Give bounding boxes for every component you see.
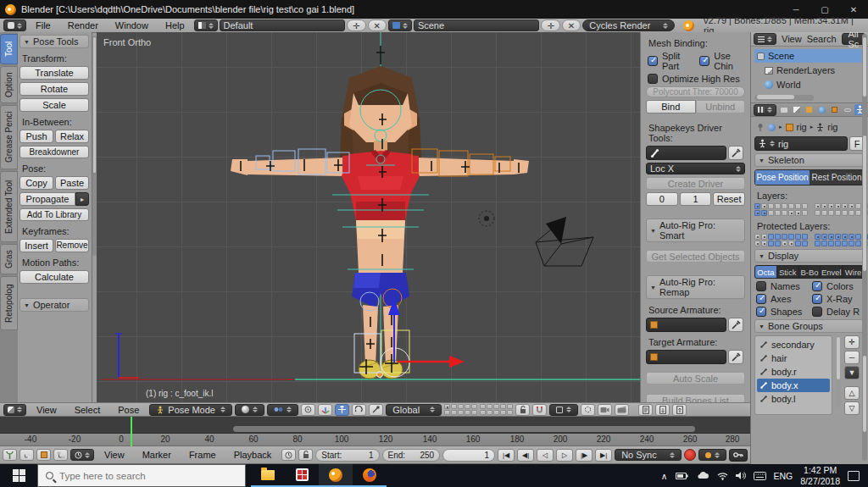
bind-button[interactable]: Bind: [646, 100, 696, 113]
taskbar-app[interactable]: [285, 464, 319, 487]
preview-range-toggle[interactable]: [281, 449, 296, 461]
snap-target-button[interactable]: [581, 404, 595, 416]
render-engine-select[interactable]: Cycles Render: [582, 19, 675, 31]
arp-smart-panel-header[interactable]: ▼Auto-Rig Pro: Smart: [646, 219, 745, 242]
breadcrumb-data-name[interactable]: rig: [827, 122, 837, 132]
viewport-3d[interactable]: Front Ortho (1) rig : c_foot_ik.l: [97, 32, 640, 402]
object-tab-icon[interactable]: [829, 104, 840, 115]
eyedropper-button[interactable]: [728, 146, 743, 160]
tab-grease-pencil[interactable]: Grease Penci: [0, 105, 18, 169]
bone-group-item[interactable]: hair: [757, 351, 830, 365]
outliner-horizontal-scrollbar[interactable]: [754, 95, 814, 101]
tab-extended-tool[interactable]: Extended Tool: [0, 171, 18, 242]
opengl-render-anim-button[interactable]: [615, 404, 629, 416]
next-keyframe-button[interactable]: |▶: [576, 449, 593, 462]
target-armature-field[interactable]: [646, 350, 726, 364]
constraints-tab-icon[interactable]: [842, 104, 853, 115]
paste-pose-button[interactable]: Paste: [55, 176, 89, 190]
copy-pose-button[interactable]: Copy: [19, 176, 53, 190]
add-to-library-button[interactable]: Add To Library: [19, 208, 89, 221]
menu-render[interactable]: Render: [60, 20, 106, 30]
battery-icon[interactable]: [676, 472, 688, 480]
properties-scrollbar[interactable]: [862, 34, 867, 461]
properties-editor-selector[interactable]: [754, 104, 776, 116]
timeline-playback-menu[interactable]: Playback: [226, 450, 280, 460]
shading-select[interactable]: [235, 404, 264, 416]
armature-name-field[interactable]: rig: [754, 136, 848, 151]
previous-keyframe-button[interactable]: ◀|: [517, 449, 534, 462]
world-tab-icon[interactable]: [816, 104, 827, 115]
layout-browse-button[interactable]: [194, 19, 218, 31]
filter-summary-icon[interactable]: [3, 449, 17, 461]
start-button[interactable]: [0, 464, 37, 487]
rotate-manipulator-button[interactable]: [352, 404, 366, 416]
bone-group-item[interactable]: secondary: [757, 338, 830, 351]
eyedropper-button[interactable]: [728, 350, 743, 364]
outliner-view-menu[interactable]: View: [782, 34, 802, 44]
current-frame-field[interactable]: 1: [442, 449, 495, 462]
names-checkbox[interactable]: Names: [756, 281, 809, 291]
lock-to-scene-toggle[interactable]: [515, 404, 530, 416]
manipulator-axis-icon[interactable]: [318, 404, 332, 416]
scene-browse-button[interactable]: [388, 19, 412, 31]
scene-delete-button[interactable]: ✕: [562, 19, 581, 31]
rest-position-button[interactable]: Rest Position: [810, 170, 864, 185]
layout-name-field[interactable]: Default: [220, 19, 346, 31]
create-driver-button[interactable]: Create Driver: [646, 177, 745, 190]
taskbar-search[interactable]: [37, 464, 246, 487]
arp-remap-panel-header[interactable]: ▼Auto-Rig Pro: Remap: [646, 275, 745, 299]
bone-group-add-button[interactable]: ✛: [844, 335, 860, 349]
render-tab-icon[interactable]: [778, 104, 789, 115]
keying-set-select[interactable]: [698, 449, 726, 461]
bone-groups-scrollbar[interactable]: [836, 335, 841, 408]
insert-keyframe-button[interactable]: Insert: [19, 239, 53, 252]
bone-group-move-up-button[interactable]: △: [844, 386, 860, 400]
operator-panel-header[interactable]: ▼Operator: [19, 298, 89, 312]
get-selected-objects-button[interactable]: Get Selected Objects: [646, 250, 745, 263]
source-armature-field[interactable]: [646, 318, 726, 332]
view-menu[interactable]: View: [29, 405, 64, 415]
pivot-select[interactable]: [267, 404, 298, 416]
object-chip-icon[interactable]: [786, 124, 793, 131]
polycount-slider[interactable]: Polycount Thre: 70000: [646, 86, 745, 97]
copy-pose-button-icon[interactable]: [638, 404, 653, 416]
taskbar-file-explorer[interactable]: [251, 464, 285, 487]
mode-stick[interactable]: Stick: [777, 266, 799, 278]
snap-element-select[interactable]: [549, 404, 578, 416]
menu-file[interactable]: File: [28, 20, 58, 30]
frame-start-field[interactable]: Start:1: [315, 449, 379, 462]
active-keying-set-field[interactable]: [729, 449, 748, 462]
jump-to-start-button[interactable]: |◀: [498, 449, 515, 462]
pose-menu[interactable]: Pose: [110, 405, 147, 415]
shapes-checkbox[interactable]: Shapes: [756, 307, 809, 317]
bone-groups-panel-header[interactable]: ▼Bone Groups: [754, 319, 865, 333]
wireframe-object[interactable]: [536, 217, 593, 266]
jump-to-end-button[interactable]: ▶|: [595, 449, 612, 462]
layers-grid-right[interactable]: [480, 404, 513, 415]
opengl-render-button[interactable]: [598, 404, 612, 416]
language-indicator[interactable]: ENG: [774, 471, 793, 481]
viewport-editor-selector[interactable]: [3, 404, 26, 416]
timeline-canvas[interactable]: [0, 417, 750, 434]
bone-group-remove-button[interactable]: ─: [844, 351, 860, 364]
driver-channel-select[interactable]: Loc X: [646, 163, 745, 174]
driver-bone-field[interactable]: [646, 146, 726, 160]
auto-scale-button[interactable]: Auto Scale: [646, 372, 745, 385]
xray-checkbox[interactable]: X-Ray: [812, 294, 865, 304]
scene-name-field[interactable]: Scene: [414, 19, 540, 31]
touch-keyboard-icon[interactable]: [754, 472, 766, 480]
speaker-icon[interactable]: [736, 471, 746, 480]
scene-chip-icon[interactable]: [768, 124, 776, 131]
action-center-icon[interactable]: [848, 471, 860, 481]
bone-group-item-selected[interactable]: body.x: [757, 379, 830, 392]
auto-keyframe-record-button[interactable]: [684, 449, 696, 461]
mode-bbone[interactable]: B-Bo: [799, 266, 821, 278]
driver-one-button[interactable]: 1: [680, 192, 712, 206]
bone-group-item[interactable]: body.l: [757, 392, 830, 406]
mode-wire[interactable]: Wire: [843, 266, 864, 278]
paste-flipped-pose-button-icon[interactable]: [672, 404, 687, 416]
tab-retopology[interactable]: Retopolog: [0, 276, 18, 330]
driver-reset-button[interactable]: Reset: [713, 192, 745, 206]
breakdowner-button[interactable]: Breakdowner: [19, 146, 89, 158]
axes-checkbox[interactable]: Axes: [756, 294, 809, 304]
